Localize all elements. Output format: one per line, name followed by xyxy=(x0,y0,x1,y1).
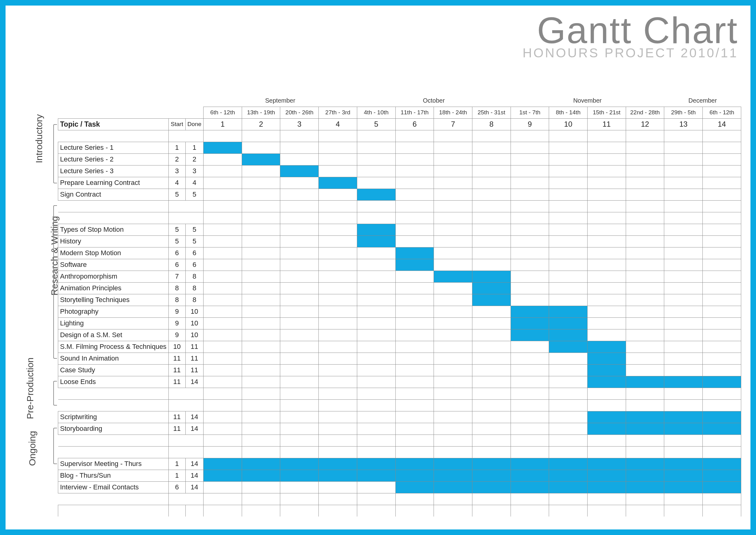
date-range-header: 8th - 14th xyxy=(549,107,587,118)
gantt-cell xyxy=(511,142,549,154)
task-row: Storytelling Techniques88 xyxy=(58,294,741,306)
gantt-cell xyxy=(434,282,472,294)
done-cell: 10 xyxy=(185,306,203,318)
gantt-cell xyxy=(357,364,395,376)
gantt-cell xyxy=(664,318,703,329)
task-row: Blog - Thurs/Sun114 xyxy=(58,470,741,481)
date-range-header: 18th - 24th xyxy=(434,107,472,118)
gantt-cell xyxy=(703,236,741,247)
gantt-cell xyxy=(280,142,319,154)
gantt-cell xyxy=(664,306,703,318)
date-range-header: 27th - 3rd xyxy=(319,107,357,118)
gantt-cell xyxy=(203,177,242,189)
gantt-cell xyxy=(280,306,319,318)
gantt-cell xyxy=(472,165,511,177)
gantt-cell xyxy=(280,318,319,329)
gantt-cell xyxy=(472,364,511,376)
gantt-cell xyxy=(703,189,741,200)
gantt-cell xyxy=(587,282,626,294)
gantt-cell xyxy=(549,224,587,236)
gantt-cell xyxy=(434,329,472,341)
gantt-cell xyxy=(587,247,626,259)
date-range-header: 20th - 26th xyxy=(280,107,319,118)
gantt-cell xyxy=(587,364,626,376)
done-cell: 14 xyxy=(185,411,203,423)
task-row: Anthropomorphism78 xyxy=(58,270,741,282)
gantt-cell xyxy=(280,247,319,259)
gantt-cell xyxy=(472,481,511,493)
start-cell: 6 xyxy=(169,481,185,493)
gantt-cell xyxy=(434,142,472,154)
gantt-cell xyxy=(587,177,626,189)
gantt-cell xyxy=(511,423,549,435)
task-name-cell: Software xyxy=(58,259,169,270)
gantt-cell xyxy=(434,247,472,259)
date-range-header: 13th - 19th xyxy=(242,107,280,118)
gantt-cell xyxy=(203,270,242,282)
gantt-cell xyxy=(357,306,395,318)
gantt-cell xyxy=(280,423,319,435)
gantt-cell xyxy=(242,481,280,493)
gantt-cell xyxy=(587,411,626,423)
gantt-cell xyxy=(357,341,395,352)
gantt-cell xyxy=(626,364,664,376)
start-cell: 11 xyxy=(169,364,185,376)
gantt-cell xyxy=(357,458,395,470)
gantt-cell xyxy=(664,247,703,259)
gantt-cell xyxy=(511,294,549,306)
gantt-cell xyxy=(434,376,472,388)
gantt-cell xyxy=(703,154,741,165)
gantt-cell xyxy=(357,481,395,493)
task-row: Types of Stop Motion55 xyxy=(58,224,741,236)
done-cell: 11 xyxy=(185,364,203,376)
gantt-cell xyxy=(395,306,434,318)
gantt-cell xyxy=(549,306,587,318)
task-row: Loose Ends1114 xyxy=(58,376,741,388)
gantt-cell xyxy=(472,423,511,435)
gantt-cell xyxy=(626,481,664,493)
gantt-cell xyxy=(280,177,319,189)
done-cell: 14 xyxy=(185,458,203,470)
gantt-cell xyxy=(395,154,434,165)
gantt-cell xyxy=(511,247,549,259)
gantt-cell xyxy=(472,142,511,154)
task-row: Prepare Learning Contract44 xyxy=(58,177,741,189)
gantt-cell xyxy=(242,411,280,423)
gantt-cell xyxy=(587,458,626,470)
gantt-cell xyxy=(280,236,319,247)
gantt-cell xyxy=(626,411,664,423)
gantt-cell xyxy=(472,270,511,282)
gantt-cell xyxy=(587,376,626,388)
gantt-cell xyxy=(242,352,280,364)
gantt-cell xyxy=(434,423,472,435)
gantt-cell xyxy=(626,177,664,189)
task-row: Supervisor Meeting - Thurs114 xyxy=(58,458,741,470)
gantt-cell xyxy=(626,270,664,282)
gantt-cell xyxy=(587,294,626,306)
gantt-cell xyxy=(434,189,472,200)
gantt-cell xyxy=(703,352,741,364)
gantt-cell xyxy=(203,247,242,259)
week-number-header: 6 xyxy=(395,118,434,130)
gantt-cell xyxy=(319,318,357,329)
gantt-cell xyxy=(472,294,511,306)
gantt-cell xyxy=(703,481,741,493)
chart-title: Gantt Chart xyxy=(523,12,738,49)
gantt-cell xyxy=(242,142,280,154)
gantt-cell xyxy=(472,259,511,270)
gantt-cell xyxy=(203,189,242,200)
gantt-cell xyxy=(203,470,242,481)
done-cell: 8 xyxy=(185,282,203,294)
gantt-cell xyxy=(319,270,357,282)
gantt-cell xyxy=(242,247,280,259)
gantt-cell xyxy=(703,270,741,282)
gantt-cell xyxy=(703,282,741,294)
gantt-cell xyxy=(395,224,434,236)
task-name-cell: History xyxy=(58,236,169,247)
gantt-cell xyxy=(280,329,319,341)
gantt-cell xyxy=(357,247,395,259)
gantt-cell xyxy=(434,177,472,189)
task-name-cell: Types of Stop Motion xyxy=(58,224,169,236)
week-number-header: 9 xyxy=(511,118,549,130)
gantt-cell xyxy=(203,352,242,364)
